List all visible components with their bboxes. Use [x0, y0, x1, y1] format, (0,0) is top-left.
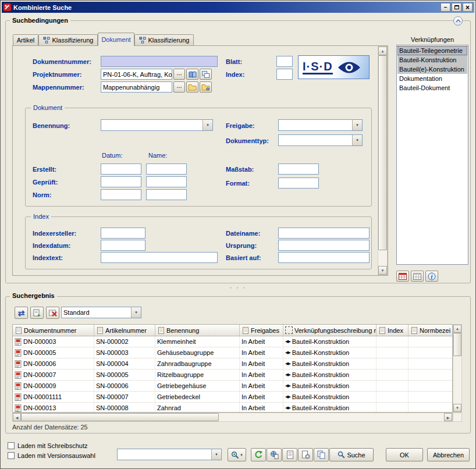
projekt-list-button[interactable] [200, 69, 212, 80]
index-input[interactable] [276, 69, 293, 80]
scroll-thumb[interactable] [378, 55, 387, 250]
massstab-input[interactable] [278, 164, 319, 175]
result-view-select[interactable]: Standard ▾ [61, 307, 141, 318]
column-header-index[interactable]: Index [376, 325, 408, 336]
load-version-checkbox[interactable] [8, 452, 15, 459]
results-horizontal-scrollbar[interactable]: ◀ ▶ [12, 413, 453, 422]
table-row[interactable]: DN-000005SN-000003GehäusebaugruppeIn Arb… [13, 347, 452, 358]
verknuepfungen-item[interactable]: Dokumentation [397, 74, 467, 83]
scroll-up-button[interactable]: ▲ [378, 47, 387, 55]
scroll-up-button[interactable]: ▲ [453, 325, 461, 333]
table-row[interactable]: DN-000009SN-000006GetriebegehäuseIn Arbe… [13, 381, 452, 392]
combo-arrow-icon[interactable]: ▾ [211, 449, 221, 460]
indextext-input[interactable] [101, 252, 218, 263]
table-row[interactable]: DN-000003SN-000002KlemmeinheitIn Arbeit◀… [13, 336, 452, 347]
scroll-right-button[interactable]: ▶ [444, 413, 452, 421]
freigabe-combo[interactable]: ▾ [278, 119, 363, 131]
table-cell [408, 347, 452, 358]
benennung-combo[interactable]: ▾ [101, 119, 213, 131]
tab-dokument[interactable]: Dokument [98, 33, 134, 46]
scroll-down-button[interactable]: ▼ [453, 404, 461, 412]
copy-document-button[interactable] [314, 448, 329, 461]
verknuepfungen-item[interactable]: Bauteil-Dokument [397, 83, 467, 93]
refresh-button[interactable] [251, 448, 266, 461]
index-label: Index: [226, 71, 244, 78]
title-bar[interactable]: Kombinierte Suche – × [2, 2, 474, 13]
export-results-button[interactable] [30, 307, 44, 319]
mappen-folder-button[interactable] [186, 81, 198, 93]
combo-arrow-icon[interactable]: ▾ [352, 120, 362, 130]
verknuepfungen-item[interactable]: Bauteil-Teilegeometrie [397, 46, 467, 55]
column-header-normbezeichnung[interactable]: Normbezei [408, 325, 452, 336]
verknuepfungen-item[interactable]: Bauteil-Konstruktion [397, 55, 467, 65]
norm-name-input[interactable] [146, 189, 187, 200]
dokumenttyp-combo[interactable]: ▾ [278, 134, 363, 146]
norm-datum-input[interactable] [101, 189, 141, 200]
scroll-left-button[interactable]: ◀ [13, 413, 21, 421]
projekt-info-button[interactable] [186, 69, 198, 80]
app-icon[interactable] [3, 3, 11, 11]
info-button[interactable]: i [425, 271, 438, 282]
tab-klassifizierung-1[interactable]: Klassifizierung [38, 34, 98, 45]
ursprung-input[interactable] [278, 240, 370, 251]
mappen-new-button[interactable] [200, 81, 212, 93]
results-vertical-scrollbar[interactable]: ▲ ▼ [453, 324, 462, 413]
verknuepfungen-item[interactable]: Bauteil(e)-Konstruktion [397, 65, 467, 74]
erstellt-name-input[interactable] [146, 164, 187, 175]
result-list-red-button[interactable] [396, 271, 409, 282]
projekt-browse-button[interactable]: ... [173, 69, 185, 80]
close-button[interactable]: × [463, 3, 473, 12]
indexdatum-input[interactable] [101, 240, 145, 251]
geprueft-datum-input[interactable] [101, 176, 141, 187]
form-vertical-scrollbar[interactable]: ▲ ▼ [378, 46, 388, 275]
refresh-results-button[interactable]: ⇄ [15, 307, 28, 319]
format-input[interactable] [278, 177, 319, 189]
verknuepfungen-listbox[interactable]: Bauteil-TeilegeometrieBauteil-Konstrukti… [396, 45, 468, 265]
ok-button[interactable]: OK [386, 448, 423, 461]
column-header-freigabestatus[interactable]: Freigabes [240, 325, 283, 336]
search-preset-select[interactable]: ▾ [117, 449, 222, 460]
table-row[interactable]: DN-000013SN-000008ZahnradIn Arbeit◀▶Baut… [13, 403, 452, 413]
dokumentnummer-input[interactable] [101, 56, 218, 67]
document-settings-button[interactable] [298, 448, 313, 461]
isd-logo: I·S·D [298, 55, 370, 79]
search-options-button[interactable]: ▾ [228, 448, 246, 461]
column-header-benennung[interactable]: Benennung [155, 325, 240, 336]
maximize-button[interactable] [452, 3, 461, 12]
table-row[interactable]: DN-000007SN-000005RitzelbaugruppeIn Arbe… [13, 369, 452, 381]
scroll-thumb[interactable] [21, 413, 219, 421]
result-list-gray-button[interactable] [411, 271, 424, 282]
massstab-label: Maßstab: [226, 166, 254, 173]
mappen-browse-button[interactable]: ... [173, 81, 185, 93]
tab-artikel[interactable]: Artikel [13, 34, 38, 45]
erstellt-datum-input[interactable] [101, 164, 141, 175]
column-header-dokumentnummer[interactable]: Dokumentnummer [13, 325, 94, 336]
projektnummer-input[interactable]: PN-01-06-K, Auftrag, Kon [101, 69, 172, 80]
minimize-button[interactable]: – [441, 3, 450, 12]
blatt-input[interactable] [276, 56, 293, 67]
indexersteller-input[interactable] [101, 228, 145, 239]
projektnummer-label: Projektnummer: [33, 71, 81, 78]
load-readonly-checkbox[interactable] [8, 442, 15, 449]
scroll-thumb[interactable] [453, 333, 461, 356]
dateiname-input[interactable] [278, 228, 370, 239]
cancel-button[interactable]: Abbrechen [427, 448, 470, 461]
search-button[interactable]: Suche [329, 448, 374, 461]
combo-arrow-icon[interactable]: ▾ [352, 135, 362, 145]
tab-klassifizierung-2[interactable]: Klassifizierung [134, 34, 194, 45]
combo-arrow-icon[interactable]: ▾ [203, 120, 212, 130]
column-header-artikelnummer[interactable]: Artikelnummer [94, 325, 155, 336]
splitter-handle[interactable]: · · · [1, 285, 475, 290]
load-web-document-button[interactable] [267, 448, 282, 461]
open-document-button[interactable] [282, 448, 297, 461]
mappennummer-input[interactable]: Mappenunabhängig [101, 81, 172, 93]
scroll-down-button[interactable]: ▼ [378, 266, 387, 275]
column-header-verknuepfung[interactable]: Verknüpfungsbeschreibung mit [283, 325, 376, 336]
collapse-button[interactable] [453, 16, 463, 26]
basiert-auf-input[interactable] [278, 252, 370, 263]
table-row[interactable]: DN-000006SN-000004ZahnradbaugruppeIn Arb… [13, 358, 452, 369]
delete-result-button[interactable] [46, 307, 59, 319]
combo-arrow-icon[interactable]: ▾ [131, 307, 141, 318]
table-row[interactable]: DN-00001111SN-000007GetriebedeckelIn Arb… [13, 392, 452, 403]
geprueft-name-input[interactable] [146, 176, 187, 187]
